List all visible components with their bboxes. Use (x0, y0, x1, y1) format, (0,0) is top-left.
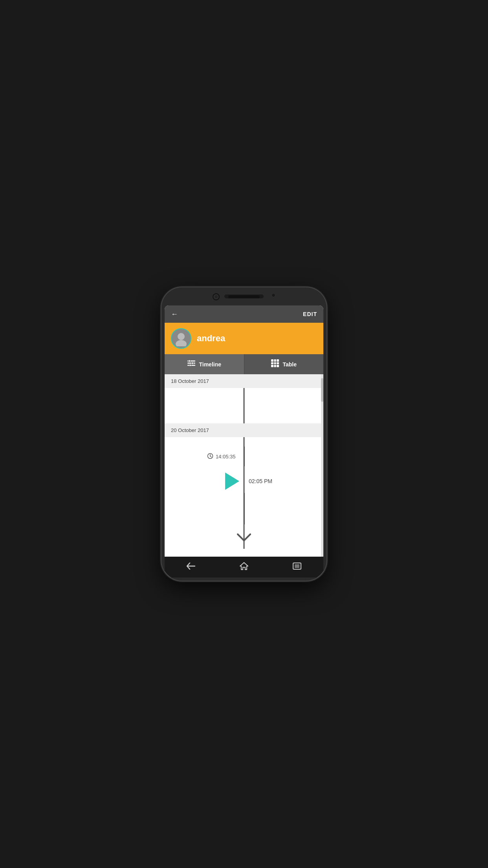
svg-rect-13 (277, 362, 279, 364)
tab-timeline[interactable]: Timeline (165, 354, 244, 374)
phone-speaker (228, 295, 260, 298)
table-icon (271, 359, 279, 370)
timeline-event-play[interactable]: 02:05 PM (165, 469, 323, 493)
timeline-line-end (244, 493, 245, 524)
phone-front-camera (272, 293, 275, 297)
svg-rect-16 (277, 365, 279, 367)
android-back-button[interactable] (180, 560, 202, 574)
svg-rect-11 (271, 362, 273, 364)
android-home-button[interactable] (233, 560, 255, 574)
event-time-left: 14:05:35 (165, 453, 244, 460)
tab-table[interactable]: Table (244, 354, 324, 374)
phone-camera (213, 293, 220, 300)
timeline-segment-1 (165, 388, 323, 423)
profile-header: andrea (165, 323, 323, 354)
avatar (171, 328, 191, 349)
timeline-segment-2: 14:05:35 02:05 PM (165, 437, 323, 549)
android-menu-icon (293, 563, 301, 572)
edit-button[interactable]: EDIT (303, 311, 317, 317)
clock-icon (207, 453, 213, 460)
svg-rect-12 (274, 362, 276, 364)
back-button[interactable]: ← (171, 310, 178, 318)
play-icon-container (165, 473, 243, 490)
timeline-line-1 (244, 388, 245, 423)
timeline-event-clock: 14:05:35 (165, 437, 323, 469)
svg-point-1 (176, 340, 187, 346)
screen: ← EDIT andrea (165, 305, 323, 577)
svg-point-7 (189, 364, 191, 366)
svg-rect-9 (274, 359, 276, 362)
android-home-icon (240, 562, 248, 572)
svg-point-6 (192, 362, 194, 364)
date-header-2: 20 October 2017 (165, 423, 323, 437)
svg-rect-8 (271, 359, 273, 362)
content-area[interactable]: 18 October 2017 20 October 2017 (165, 374, 323, 557)
play-icon (225, 473, 239, 490)
tab-table-label: Table (283, 361, 297, 368)
svg-marker-21 (240, 563, 248, 570)
event-raw-time: 14:05:35 (216, 454, 236, 460)
svg-rect-10 (277, 359, 279, 362)
nav-bar: ← EDIT (165, 305, 323, 323)
android-menu-button[interactable] (286, 560, 308, 574)
tabs: Timeline (165, 354, 323, 374)
svg-line-19 (210, 456, 211, 457)
android-back-icon (187, 563, 195, 572)
phone-frame: ← EDIT andrea (161, 287, 327, 581)
event-line-node (244, 447, 245, 466)
svg-rect-14 (271, 365, 273, 367)
svg-point-5 (189, 360, 191, 362)
svg-point-0 (178, 333, 185, 340)
profile-name: andrea (197, 333, 225, 344)
timeline-bottom-line (165, 493, 323, 524)
tab-timeline-label: Timeline (199, 361, 221, 368)
svg-rect-15 (274, 365, 276, 367)
bottom-nav (165, 557, 323, 577)
timeline-icon (187, 359, 196, 370)
avatar-icon (173, 331, 189, 346)
play-time-display: 02:05 PM (243, 478, 323, 484)
date-header-1: 18 October 2017 (165, 374, 323, 388)
